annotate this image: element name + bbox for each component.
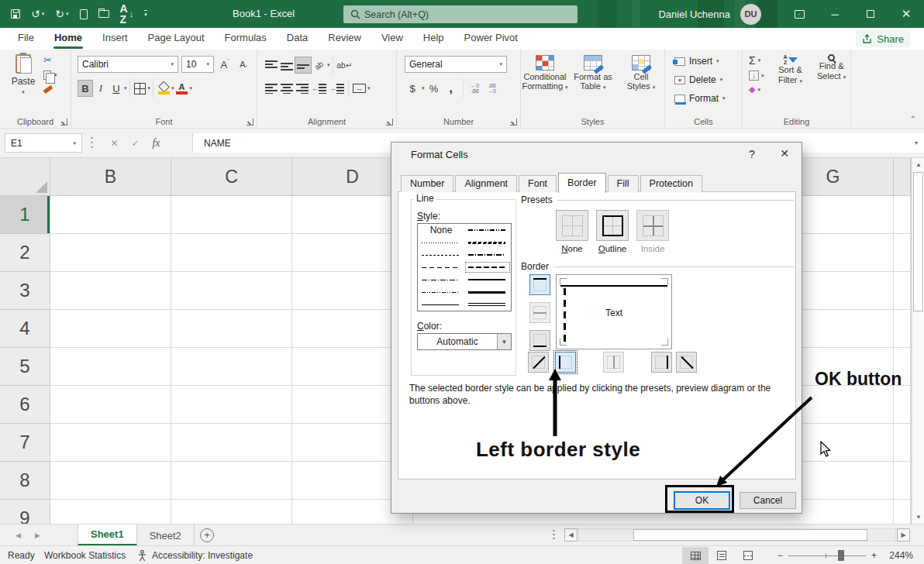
italic-button[interactable]: I — [93, 80, 109, 97]
increase-decimal-button[interactable]: ←0.00 — [467, 80, 483, 97]
border-preview[interactable]: Text — [556, 274, 672, 349]
ribbon-tab-page-layout[interactable]: Page Layout — [138, 28, 215, 50]
decrease-font-button[interactable]: Aˇ — [236, 56, 251, 73]
number-dialog-launcher-icon[interactable] — [510, 119, 517, 126]
customize-qat-icon[interactable]: ▾ — [144, 10, 147, 18]
ribbon-tab-review[interactable]: Review — [318, 28, 371, 50]
fill-color-button[interactable] — [156, 80, 171, 97]
sheet-nav-left-icon[interactable]: ◀ — [16, 531, 21, 539]
sheet-nav-right-icon[interactable]: ▶ — [35, 531, 40, 539]
decrease-indent-button[interactable]: ← — [310, 80, 328, 97]
collapse-ribbon-icon[interactable]: ⌃ — [910, 115, 916, 123]
save-icon[interactable] — [11, 9, 20, 19]
border-diag-up-button[interactable] — [528, 352, 549, 373]
dialog-close-icon[interactable]: ✕ — [774, 147, 795, 160]
line-style-solid-1[interactable] — [418, 298, 464, 311]
paste-dropdown-icon[interactable]: ▾ — [22, 89, 25, 95]
bottom-align-button[interactable] — [295, 57, 312, 74]
comma-style-button[interactable]: , — [443, 80, 459, 97]
align-left-button[interactable] — [264, 80, 279, 97]
format-painter-button[interactable] — [43, 85, 53, 94]
top-align-button[interactable] — [264, 57, 279, 74]
number-format-select[interactable]: General▾ — [405, 56, 507, 73]
format-cells-button[interactable]: Format▾ — [674, 93, 726, 104]
accessibility-status-button[interactable]: Accessibility: Investigate — [152, 546, 253, 564]
borders-button[interactable] — [133, 80, 148, 97]
color-select[interactable]: Automatic ▼ — [417, 333, 512, 350]
line-style-dash-dot[interactable] — [418, 273, 464, 286]
insert-function-icon[interactable]: fx — [146, 137, 167, 150]
dialog-tab-protection[interactable]: Protection — [640, 175, 702, 192]
zoom-out-icon[interactable]: − — [777, 550, 783, 561]
minimize-icon[interactable]: ─ — [817, 0, 853, 28]
new-file-icon[interactable] — [80, 9, 88, 19]
zoom-slider[interactable] — [788, 550, 866, 561]
clear-button[interactable]: ◆▾ — [749, 84, 764, 95]
account-area[interactable]: Daniel Uchenna DU — [658, 0, 761, 28]
underline-button[interactable]: U — [109, 80, 124, 97]
column-header-partial[interactable] — [894, 158, 911, 195]
dialog-tab-alignment[interactable]: Alignment — [455, 175, 517, 192]
horizontal-scroll-thumb[interactable] — [633, 529, 867, 541]
row-header-7[interactable]: 7 — [0, 424, 50, 462]
border-right-button[interactable] — [651, 352, 672, 373]
row-header-2[interactable]: 2 — [0, 234, 50, 272]
sheet-tab-sheet1[interactable]: Sheet1 — [78, 524, 137, 546]
vertical-scroll-thumb[interactable] — [913, 172, 923, 311]
vertical-scrollbar[interactable]: ▲ ▼ — [912, 158, 924, 524]
row-header-9[interactable]: 9 — [0, 500, 50, 524]
column-header-C[interactable]: C — [171, 158, 292, 195]
zoom-in-icon[interactable]: + — [871, 550, 877, 561]
orientation-button[interactable]: ab — [312, 57, 327, 74]
scroll-down-icon[interactable]: ▼ — [912, 511, 924, 524]
maximize-icon[interactable] — [853, 0, 888, 28]
ribbon-tab-formulas[interactable]: Formulas — [215, 28, 277, 50]
select-all-button[interactable] — [0, 158, 50, 196]
new-sheet-button[interactable]: + — [200, 528, 214, 542]
borders-dropdown-icon[interactable]: ▾ — [148, 85, 151, 91]
clipboard-dialog-launcher-icon[interactable] — [60, 119, 67, 126]
redo-icon[interactable]: ↻▾ — [55, 8, 68, 20]
line-style-none[interactable]: None — [418, 224, 464, 236]
line-style-double[interactable] — [464, 298, 511, 311]
ribbon-tab-home[interactable]: Home — [44, 28, 92, 50]
dialog-title-bar[interactable]: Format Cells ? ✕ — [391, 143, 802, 166]
merge-dropdown-icon[interactable]: ▾ — [367, 85, 371, 91]
horizontal-scroll-track[interactable] — [578, 528, 896, 542]
scroll-up-icon[interactable]: ▲ — [912, 158, 924, 171]
zoom-slider-handle[interactable] — [838, 550, 844, 561]
font-dialog-launcher-icon[interactable] — [247, 119, 253, 126]
color-dropdown-icon[interactable]: ▼ — [497, 334, 511, 349]
sheet-tab-sheet2[interactable]: Sheet2 — [137, 524, 195, 546]
font-size-select[interactable]: 10▾ — [181, 56, 214, 73]
format-as-table-button[interactable]: Format asTable ▾ — [569, 50, 617, 92]
ribbon-tab-insert[interactable]: Insert — [92, 28, 138, 50]
underline-dropdown-icon[interactable]: ▾ — [124, 85, 127, 91]
merge-center-button[interactable]: ↔ — [351, 80, 367, 97]
ribbon-tab-power-pivot[interactable]: Power Pivot — [454, 28, 528, 50]
ribbon-tab-view[interactable]: View — [371, 28, 413, 50]
sort-filter-button[interactable]: AZ Sort &Filter ▾ — [778, 51, 802, 86]
page-layout-view-button[interactable] — [709, 547, 735, 564]
workbook-statistics-button[interactable]: Workbook Statistics — [44, 546, 126, 564]
dialog-tab-number[interactable]: Number — [401, 175, 453, 192]
open-file-icon[interactable] — [98, 10, 109, 18]
line-style-dotted[interactable] — [418, 236, 464, 249]
border-diag-down-button[interactable] — [676, 352, 697, 373]
line-style-solid-2[interactable] — [464, 273, 511, 286]
scroll-left-icon[interactable]: ◀ — [564, 528, 578, 542]
insert-cells-button[interactable]: Insert▾ — [674, 56, 719, 67]
close-icon[interactable]: ✕ — [888, 0, 924, 28]
row-header-6[interactable]: 6 — [0, 386, 50, 424]
ribbon-display-options-icon[interactable]: ˆ — [781, 0, 817, 28]
row-header-1[interactable]: 1 — [0, 196, 50, 234]
cancel-entry-icon[interactable]: ✕ — [104, 138, 125, 149]
sort-az-icon[interactable]: AZ↓ — [120, 3, 134, 25]
line-style-listbox[interactable]: None — [417, 223, 512, 311]
cut-button[interactable]: ✂ — [43, 54, 52, 66]
find-select-button[interactable]: Find &Select ▾ — [817, 51, 846, 82]
border-left-button[interactable] — [555, 352, 576, 373]
row-header-5[interactable]: 5 — [0, 348, 50, 386]
line-style-dash-dot-dot-2[interactable] — [464, 224, 511, 236]
preset-none-button[interactable] — [556, 210, 588, 241]
